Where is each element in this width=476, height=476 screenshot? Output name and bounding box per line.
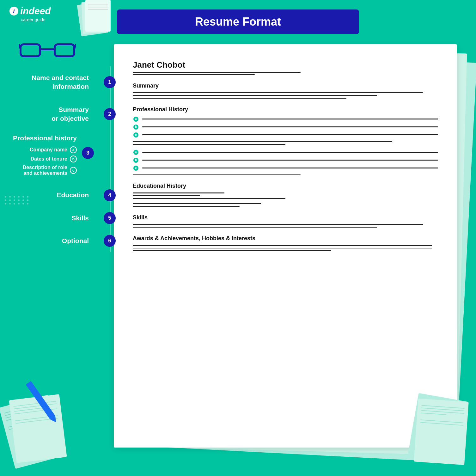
sidebar-badge-6: 6 [104,235,116,247]
prof-line-a1 [142,119,438,119]
br-paper-2 [414,399,469,465]
edu-line-4 [133,201,261,202]
bullet-b2: b [133,157,139,163]
resume-section-summary: Summary [133,82,438,89]
bottom-left-papers [6,391,70,470]
bottom-right-papers [406,397,470,467]
sidebar-sub-company: Company name a [6,146,77,153]
resume-bullet-row-a2: a [133,149,438,156]
bullet-a2: a [133,149,139,156]
prof-line-b2 [142,160,438,161]
prof-detail-1 [133,141,392,142]
resume-section-professional: Professional History [133,106,438,113]
resume-name: Janet Chobot [133,60,438,70]
sidebar-item-optional: Optional 6 [0,229,111,252]
bullet-c2: c [133,165,139,171]
name-line-2 [133,74,255,75]
skills-line-1 [133,224,423,225]
awards-line-2 [133,248,432,249]
svg-line-4 [74,44,76,49]
summary-line-3 [133,98,346,99]
sidebar-label-professional-group: Professional history Company name a Date… [6,134,77,182]
indeed-logo: indeed [9,6,82,16]
sidebar-label-optional: Optional [6,236,89,245]
sidebar-sub-description: Description of roleand achievements c [6,165,77,176]
summary-line-1 [133,92,423,93]
resume-paper: Janet Chobot Summary Professional Histor… [114,44,457,448]
sidebar-label-summary: Summaryor objective [6,105,89,123]
prof-line-b1 [142,126,438,127]
indeed-logo-text: indeed [20,6,51,16]
bl-paper-2 [9,394,67,463]
sidebar-badge-2: 2 [104,108,116,120]
resume-bullet-row-c1: c [133,132,438,138]
sidebar-sub-dates: Dates of tenure b [6,156,77,162]
letter-badge-c1: c [70,167,77,174]
sidebar-label-education: Education [6,191,89,199]
sidebar-label-name-contact: Name and contactinformation [6,73,89,91]
resume-bullet-row-c2: c [133,165,438,171]
sidebar-badge-5: 5 [104,212,116,224]
sidebar-item-summary: Summaryor objective 2 [0,98,111,130]
sidebar-label-professional: Professional history [6,134,77,142]
sidebar-item-professional: Professional history Company name a Date… [0,130,111,184]
edu-line-6 [133,206,240,207]
edu-line-1 [133,192,224,193]
edu-line-3 [133,198,285,199]
sidebar-badge-1: 1 [104,76,116,88]
skills-line-2 [133,227,377,228]
bullet-a: a [133,116,139,122]
deco-papers-top [76,0,117,41]
sidebar-item-name-contact: Name and contactinformation 1 [0,66,111,98]
resume-bullet-row-b2: b [133,157,438,163]
glasses-icon [19,38,76,60]
edu-line-5 [133,203,261,204]
prof-line-a2 [142,152,438,153]
svg-rect-0 [21,44,40,56]
left-panel: Name and contactinformation 1 Summaryor … [0,66,111,252]
deco-paper-3 [85,0,111,32]
edu-line-2 [133,195,200,196]
resume-bullet-row-a1: a [133,116,438,122]
page-title: Resume Format [126,15,350,28]
resume-section-education: Educational History [133,183,438,189]
svg-line-3 [19,44,21,49]
letter-badge-a1: a [70,146,77,153]
indeed-logo-circle [9,7,18,15]
svg-rect-1 [55,44,74,56]
prof-detail-2 [133,144,285,145]
sidebar-item-education: Education 4 [0,184,111,206]
name-line-1 [133,72,301,73]
header-bar: Resume Format [117,9,359,34]
prof-line-c2 [142,168,438,168]
sidebar-badge-3: 3 [82,147,94,159]
awards-line-3 [133,250,331,251]
letter-badge-b1: b [70,156,77,162]
bullet-c: c [133,132,139,138]
prof-detail-3 [133,174,301,175]
resume-bullet-row-b1: b [133,124,438,130]
resume-stack: Janet Chobot Summary Professional Histor… [114,44,457,448]
sidebar-item-skills: Skills 5 [0,207,111,229]
resume-section-skills: Skills [133,214,438,221]
logo-subtitle: career guide [21,17,82,22]
sidebar-label-skills: Skills [6,214,89,223]
sidebar-badge-4: 4 [104,189,116,201]
summary-line-2 [133,95,377,96]
bullet-b: b [133,124,139,130]
resume-section-awards: Awards & Achievements, Hobbies & Interes… [133,235,438,242]
logo-area: indeed career guide [9,6,82,22]
awards-line-1 [133,245,432,246]
prof-line-c1 [142,134,438,135]
